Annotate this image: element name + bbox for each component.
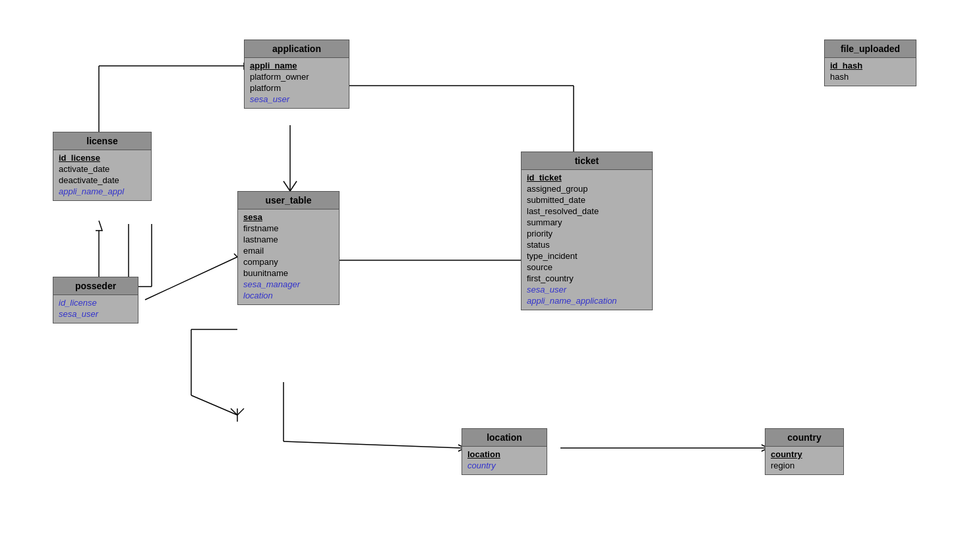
table-user-table: user_table sesa firstname lastname email… (237, 191, 340, 305)
table-file-uploaded: file_uploaded id_hash hash (824, 40, 916, 86)
field-ticket-sesa-user: sesa_user (527, 284, 647, 295)
table-application-header: application (245, 40, 349, 58)
table-application-body: appli_name platform_owner platform sesa_… (245, 58, 349, 108)
field-email: email (243, 245, 334, 256)
table-posseder-header: posseder (53, 277, 138, 295)
svg-line-6 (145, 257, 237, 300)
field-appli-name-application: appli_name_application (527, 295, 647, 306)
field-priority: priority (527, 228, 647, 239)
field-first-country: first_country (527, 273, 647, 284)
field-sesa-manager: sesa_manager (243, 279, 334, 290)
field-sesa-user-appl: sesa_user (250, 94, 344, 105)
table-application: application appli_name platform_owner pl… (244, 40, 349, 109)
field-last-resolved-date: last_resolved_date (527, 206, 647, 217)
field-platform: platform (250, 82, 344, 94)
field-appli-name-appl: appli_name_appl (59, 186, 146, 197)
table-country: country country region (765, 428, 844, 475)
field-appli-name: appli_name (250, 60, 344, 71)
table-license-body: id_license activate_date deactivate_date… (53, 150, 151, 200)
table-posseder: posseder id_license sesa_user (53, 277, 138, 323)
field-region: region (771, 460, 838, 471)
table-file-uploaded-body: id_hash hash (825, 58, 916, 86)
field-posseder-sesa-user: sesa_user (59, 308, 133, 320)
field-hash: hash (830, 71, 911, 82)
field-buunitname: buunitname (243, 267, 334, 279)
field-posseder-id-license: id_license (59, 297, 133, 308)
svg-line-19 (231, 408, 237, 415)
field-type-incident: type_incident (527, 250, 647, 262)
table-location: location location country (462, 428, 547, 475)
field-location-pk: location (467, 449, 541, 460)
field-assigned-group: assigned_group (527, 183, 647, 194)
field-id-license: id_license (59, 152, 146, 163)
svg-line-14 (284, 441, 462, 448)
table-file-uploaded-header: file_uploaded (825, 40, 916, 58)
diagram-canvas: application appli_name platform_owner pl… (0, 0, 956, 560)
table-ticket: ticket id_ticket assigned_group submitte… (521, 152, 653, 310)
field-submitted-date: submitted_date (527, 194, 647, 206)
field-location-country: country (467, 460, 541, 471)
table-country-body: country region (765, 447, 843, 474)
field-deactivate-date: deactivate_date (59, 175, 146, 186)
table-license: license id_license activate_date deactiv… (53, 132, 152, 201)
field-id-hash: id_hash (830, 60, 911, 71)
field-country-pk: country (771, 449, 838, 460)
field-source: source (527, 262, 647, 273)
svg-line-17 (191, 395, 237, 415)
table-country-header: country (765, 429, 843, 447)
field-activate-date: activate_date (59, 163, 146, 175)
field-sesa: sesa (243, 211, 334, 223)
connections-svg (0, 0, 956, 560)
svg-line-8 (284, 181, 290, 191)
field-lastname: lastname (243, 234, 334, 245)
table-ticket-header: ticket (522, 152, 652, 170)
table-ticket-body: id_ticket assigned_group submitted_date … (522, 170, 652, 310)
svg-line-20 (237, 408, 244, 415)
field-company: company (243, 256, 334, 267)
table-location-header: location (462, 429, 547, 447)
table-license-header: license (53, 132, 151, 150)
field-platform-owner: platform_owner (250, 71, 344, 82)
field-firstname: firstname (243, 223, 334, 234)
field-status: status (527, 239, 647, 250)
table-user-header: user_table (238, 192, 339, 210)
table-user-body: sesa firstname lastname email company bu… (238, 210, 339, 304)
svg-line-9 (290, 181, 297, 191)
field-location: location (243, 290, 334, 301)
field-id-ticket: id_ticket (527, 172, 647, 183)
table-posseder-body: id_license sesa_user (53, 295, 138, 323)
table-location-body: location country (462, 447, 547, 474)
field-summary: summary (527, 217, 647, 228)
